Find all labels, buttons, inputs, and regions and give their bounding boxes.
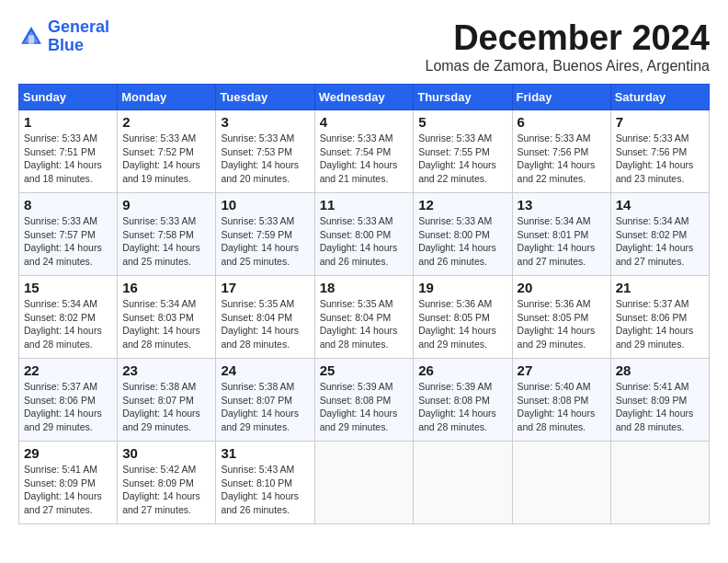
day-number: 12 (418, 197, 506, 213)
day-detail: Sunrise: 5:33 AM Sunset: 7:53 PM Dayligh… (221, 132, 309, 186)
day-number: 22 (24, 362, 112, 378)
day-number: 20 (518, 280, 606, 295)
page-header: General Blue December 2024 Lomas de Zamo… (18, 18, 710, 75)
calendar-day-cell: 14Sunrise: 5:34 AM Sunset: 8:02 PM Dayli… (610, 193, 709, 276)
header-thursday: Thursday (414, 85, 512, 110)
day-number: 10 (221, 197, 309, 213)
header-wednesday: Wednesday (314, 85, 414, 110)
day-detail: Sunrise: 5:36 AM Sunset: 8:05 PM Dayligh… (518, 297, 606, 351)
calendar-week-row: 8Sunrise: 5:33 AM Sunset: 7:57 PM Daylig… (19, 193, 710, 276)
day-detail: Sunrise: 5:33 AM Sunset: 7:54 PM Dayligh… (320, 132, 409, 186)
day-detail: Sunrise: 5:33 AM Sunset: 7:51 PM Dayligh… (24, 132, 112, 186)
day-detail: Sunrise: 5:40 AM Sunset: 8:08 PM Dayligh… (518, 380, 606, 434)
header-sunday: Sunday (19, 85, 118, 110)
calendar-table: SundayMondayTuesdayWednesdayThursdayFrid… (18, 84, 710, 524)
header-monday: Monday (118, 85, 216, 110)
calendar-day-cell: 5Sunrise: 5:33 AM Sunset: 7:55 PM Daylig… (414, 110, 512, 193)
empty-cell (610, 442, 709, 524)
calendar-day-cell: 29Sunrise: 5:41 AM Sunset: 8:09 PM Dayli… (19, 442, 118, 524)
day-detail: Sunrise: 5:34 AM Sunset: 8:02 PM Dayligh… (24, 297, 112, 351)
calendar-day-cell: 11Sunrise: 5:33 AM Sunset: 8:00 PM Dayli… (314, 193, 414, 276)
day-number: 17 (221, 280, 309, 295)
calendar-day-cell: 18Sunrise: 5:35 AM Sunset: 8:04 PM Dayli… (314, 276, 414, 359)
calendar-day-cell: 3Sunrise: 5:33 AM Sunset: 7:53 PM Daylig… (216, 110, 314, 193)
day-detail: Sunrise: 5:35 AM Sunset: 8:04 PM Dayligh… (221, 297, 309, 351)
empty-cell (314, 442, 414, 524)
calendar-day-cell: 19Sunrise: 5:36 AM Sunset: 8:05 PM Dayli… (414, 276, 512, 359)
day-detail: Sunrise: 5:42 AM Sunset: 8:09 PM Dayligh… (122, 463, 210, 517)
calendar-day-cell: 2Sunrise: 5:33 AM Sunset: 7:52 PM Daylig… (118, 110, 216, 193)
day-detail: Sunrise: 5:34 AM Sunset: 8:02 PM Dayligh… (616, 214, 704, 269)
day-number: 2 (122, 114, 210, 130)
calendar-day-cell: 13Sunrise: 5:34 AM Sunset: 8:01 PM Dayli… (512, 193, 610, 276)
day-detail: Sunrise: 5:41 AM Sunset: 8:09 PM Dayligh… (24, 463, 112, 517)
day-number: 4 (320, 114, 409, 130)
logo-line2: Blue (48, 36, 84, 54)
calendar-day-cell: 1Sunrise: 5:33 AM Sunset: 7:51 PM Daylig… (19, 110, 118, 193)
empty-cell (414, 442, 512, 524)
calendar-day-cell: 7Sunrise: 5:33 AM Sunset: 7:56 PM Daylig… (610, 110, 709, 193)
day-number: 26 (418, 362, 506, 378)
calendar-day-cell: 22Sunrise: 5:37 AM Sunset: 8:06 PM Dayli… (19, 359, 118, 442)
calendar-day-cell: 9Sunrise: 5:33 AM Sunset: 7:58 PM Daylig… (118, 193, 216, 276)
day-detail: Sunrise: 5:33 AM Sunset: 8:00 PM Dayligh… (320, 214, 409, 269)
day-detail: Sunrise: 5:33 AM Sunset: 7:55 PM Dayligh… (418, 132, 506, 186)
day-detail: Sunrise: 5:41 AM Sunset: 8:09 PM Dayligh… (616, 380, 704, 434)
day-detail: Sunrise: 5:38 AM Sunset: 8:07 PM Dayligh… (122, 380, 210, 434)
title-section: December 2024 Lomas de Zamora, Buenos Ai… (425, 18, 710, 75)
calendar-day-cell: 17Sunrise: 5:35 AM Sunset: 8:04 PM Dayli… (216, 276, 314, 359)
calendar-day-cell: 26Sunrise: 5:39 AM Sunset: 8:08 PM Dayli… (414, 359, 512, 442)
svg-rect-2 (28, 35, 34, 43)
calendar-day-cell: 15Sunrise: 5:34 AM Sunset: 8:02 PM Dayli… (19, 276, 118, 359)
day-number: 7 (616, 114, 704, 130)
calendar-day-cell: 10Sunrise: 5:33 AM Sunset: 7:59 PM Dayli… (216, 193, 314, 276)
calendar-day-cell: 25Sunrise: 5:39 AM Sunset: 8:08 PM Dayli… (314, 359, 414, 442)
calendar-week-row: 29Sunrise: 5:41 AM Sunset: 8:09 PM Dayli… (19, 442, 710, 524)
calendar-day-cell: 21Sunrise: 5:37 AM Sunset: 8:06 PM Dayli… (610, 276, 709, 359)
logo-line1: General (48, 17, 109, 36)
day-number: 29 (24, 445, 112, 461)
day-detail: Sunrise: 5:34 AM Sunset: 8:01 PM Dayligh… (518, 214, 606, 269)
calendar-day-cell: 28Sunrise: 5:41 AM Sunset: 8:09 PM Dayli… (610, 359, 709, 442)
calendar-day-cell: 12Sunrise: 5:33 AM Sunset: 8:00 PM Dayli… (414, 193, 512, 276)
calendar-week-row: 22Sunrise: 5:37 AM Sunset: 8:06 PM Dayli… (19, 359, 710, 442)
day-number: 24 (221, 362, 309, 378)
calendar-day-cell: 31Sunrise: 5:43 AM Sunset: 8:10 PM Dayli… (216, 442, 314, 524)
day-number: 16 (122, 280, 210, 295)
calendar-day-cell: 23Sunrise: 5:38 AM Sunset: 8:07 PM Dayli… (118, 359, 216, 442)
day-detail: Sunrise: 5:43 AM Sunset: 8:10 PM Dayligh… (221, 463, 309, 517)
day-number: 11 (320, 197, 409, 213)
calendar-week-row: 1Sunrise: 5:33 AM Sunset: 7:51 PM Daylig… (19, 110, 710, 193)
day-detail: Sunrise: 5:33 AM Sunset: 7:56 PM Dayligh… (616, 132, 704, 186)
calendar-day-cell: 16Sunrise: 5:34 AM Sunset: 8:03 PM Dayli… (118, 276, 216, 359)
header-tuesday: Tuesday (216, 85, 314, 110)
calendar-header-row: SundayMondayTuesdayWednesdayThursdayFrid… (19, 85, 710, 110)
day-detail: Sunrise: 5:37 AM Sunset: 8:06 PM Dayligh… (24, 380, 112, 434)
day-number: 3 (221, 114, 309, 130)
day-number: 27 (518, 362, 606, 378)
calendar-week-row: 15Sunrise: 5:34 AM Sunset: 8:02 PM Dayli… (19, 276, 710, 359)
calendar-subtitle: Lomas de Zamora, Buenos Aires, Argentina (425, 58, 710, 75)
day-detail: Sunrise: 5:36 AM Sunset: 8:05 PM Dayligh… (418, 297, 506, 351)
day-number: 6 (518, 114, 606, 130)
day-number: 28 (616, 362, 704, 378)
day-detail: Sunrise: 5:39 AM Sunset: 8:08 PM Dayligh… (418, 380, 506, 434)
calendar-day-cell: 30Sunrise: 5:42 AM Sunset: 8:09 PM Dayli… (118, 442, 216, 524)
day-detail: Sunrise: 5:33 AM Sunset: 7:56 PM Dayligh… (518, 132, 606, 186)
calendar-day-cell: 6Sunrise: 5:33 AM Sunset: 7:56 PM Daylig… (512, 110, 610, 193)
header-saturday: Saturday (610, 85, 709, 110)
day-number: 19 (418, 280, 506, 295)
day-number: 1 (24, 114, 112, 130)
day-detail: Sunrise: 5:38 AM Sunset: 8:07 PM Dayligh… (221, 380, 309, 434)
empty-cell (512, 442, 610, 524)
calendar-day-cell: 24Sunrise: 5:38 AM Sunset: 8:07 PM Dayli… (216, 359, 314, 442)
day-number: 23 (122, 362, 210, 378)
day-detail: Sunrise: 5:33 AM Sunset: 7:58 PM Dayligh… (122, 214, 210, 269)
day-number: 14 (616, 197, 704, 213)
day-number: 8 (24, 197, 112, 213)
day-number: 13 (518, 197, 606, 213)
header-friday: Friday (512, 85, 610, 110)
logo-icon (18, 24, 44, 50)
day-detail: Sunrise: 5:33 AM Sunset: 7:57 PM Dayligh… (24, 214, 112, 269)
calendar-day-cell: 4Sunrise: 5:33 AM Sunset: 7:54 PM Daylig… (314, 110, 414, 193)
